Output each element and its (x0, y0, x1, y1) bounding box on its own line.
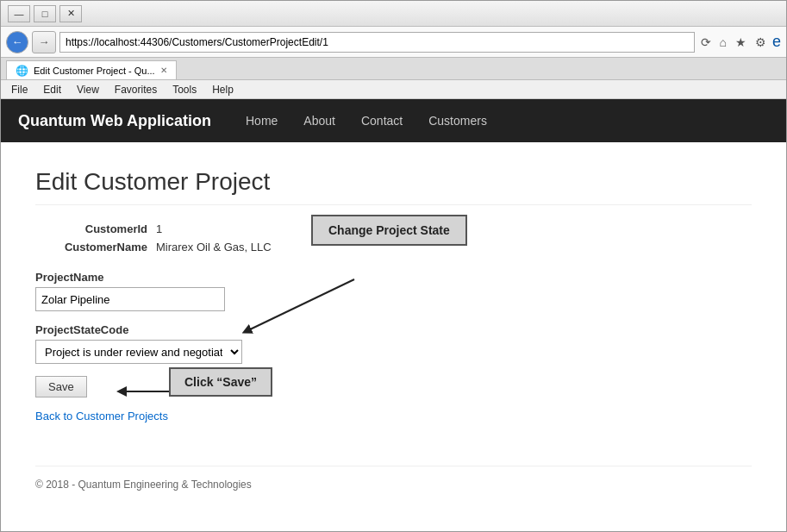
page-heading: Edit Customer Project (35, 168, 752, 205)
close-button[interactable]: ✕ (59, 5, 82, 22)
menu-view[interactable]: View (70, 82, 106, 97)
project-form: ProjectName ProjectStateCode Project is … (35, 271, 752, 397)
refresh-icon[interactable]: ⟳ (698, 35, 714, 49)
maximize-button[interactable]: □ (34, 5, 56, 22)
forward-button[interactable]: → (32, 31, 56, 53)
browser-logo-icon: e (772, 33, 781, 51)
favorites-icon[interactable]: ★ (733, 35, 749, 49)
tab-bar: 🌐 Edit Customer Project - Qu... ✕ (1, 58, 786, 80)
project-state-group: ProjectStateCode Project is under review… (35, 323, 752, 364)
save-row: Save Click “Save” (35, 376, 752, 397)
settings-icon[interactable]: ⚙ (753, 35, 769, 49)
site-brand: Quantum Web Application (18, 112, 211, 130)
customer-name-label: CustomerName (35, 241, 147, 253)
customer-id-label: CustomerId (35, 222, 147, 235)
customer-name-value: Mirarex Oil & Gas, LLC (156, 241, 272, 253)
tab-close-icon[interactable]: ✕ (160, 66, 167, 75)
footer: © 2018 - Quantum Engineering & Technolog… (35, 466, 752, 491)
menu-file[interactable]: File (4, 82, 34, 97)
address-bar: ← → ⟳ ⌂ ★ ⚙ e (1, 27, 786, 58)
nav-customers[interactable]: Customers (428, 114, 487, 128)
tab-title: Edit Customer Project - Qu... (34, 66, 155, 76)
project-name-label: ProjectName (35, 271, 752, 284)
customer-id-value: 1 (156, 222, 162, 235)
browser-icons: ⟳ ⌂ ★ ⚙ e (698, 33, 781, 51)
save-button[interactable]: Save (35, 376, 87, 397)
window-controls[interactable]: — □ ✕ (8, 5, 82, 22)
title-bar: — □ ✕ (1, 1, 786, 27)
menu-tools[interactable]: Tools (166, 82, 203, 97)
project-state-select[interactable]: Project is under review and negotiation … (35, 340, 242, 364)
active-tab[interactable]: 🌐 Edit Customer Project - Qu... ✕ (6, 60, 177, 79)
menu-edit[interactable]: Edit (36, 82, 68, 97)
menu-bar: File Edit View Favorites Tools Help (1, 80, 786, 99)
minimize-button[interactable]: — (8, 5, 30, 22)
project-name-group: ProjectName (35, 271, 752, 311)
nav-home[interactable]: Home (246, 114, 278, 128)
tab-favicon-icon: 🌐 (16, 65, 28, 77)
nav-about[interactable]: About (303, 114, 335, 128)
click-save-callout: Click “Save” (169, 367, 272, 397)
page-content: Quantum Web Application Home About Conta… (1, 99, 786, 531)
site-navigation: Quantum Web Application Home About Conta… (1, 99, 786, 142)
nav-contact[interactable]: Contact (361, 114, 403, 128)
browser-window: — □ ✕ ← → ⟳ ⌂ ★ ⚙ e 🌐 Edit Customer Proj… (0, 0, 787, 532)
change-project-state-callout: Change Project State (311, 215, 467, 246)
home-icon[interactable]: ⌂ (717, 35, 729, 49)
project-name-input[interactable] (35, 287, 225, 311)
main-content: Edit Customer Project CustomerId 1 Custo… (1, 142, 786, 516)
project-state-label: ProjectStateCode (35, 323, 752, 336)
menu-help[interactable]: Help (205, 82, 240, 97)
menu-favorites[interactable]: Favorites (108, 82, 164, 97)
url-input[interactable] (59, 32, 695, 53)
back-button[interactable]: ← (6, 31, 28, 53)
